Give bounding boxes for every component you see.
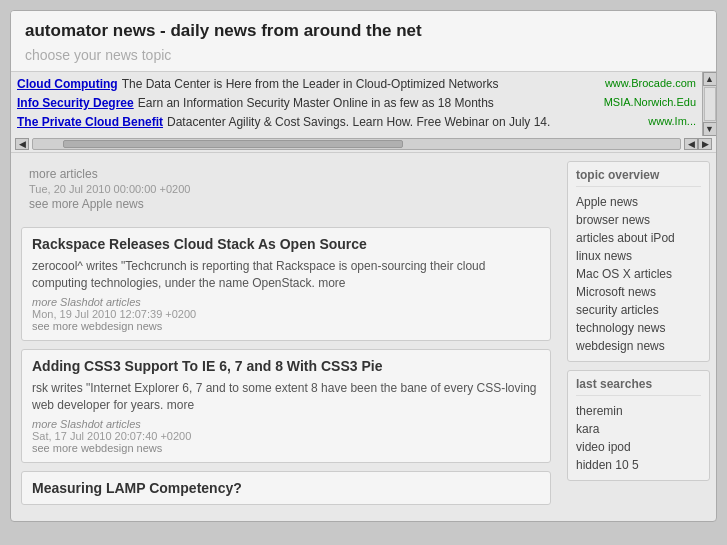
scroll-right-btn-2[interactable]: ▶: [698, 138, 712, 150]
last-searches-box: last searches theremin kara video ipod h…: [567, 370, 710, 481]
see-more-rackspace[interactable]: see more webdesign news: [32, 320, 540, 332]
see-more-apple[interactable]: see more Apple news: [29, 197, 543, 211]
article-rackspace: Rackspace Releases Cloud Stack As Open S…: [21, 227, 551, 341]
scrollbar-track[interactable]: [32, 138, 681, 150]
page-title: automator news - daily news from around …: [25, 21, 702, 41]
article-date-css3pie: Sat, 17 Jul 2010 20:07:40 +0200: [32, 430, 540, 442]
topic-link-macosx[interactable]: Mac OS X articles: [576, 265, 701, 283]
topic-link-articles-ipod[interactable]: articles about iPod: [576, 229, 701, 247]
ads-vertical-scrollbar[interactable]: ▲ ▼: [702, 72, 716, 136]
article-title-lamp[interactable]: Measuring LAMP Competency?: [32, 480, 540, 496]
topic-overview-box: topic overview Apple news browser news a…: [567, 161, 710, 362]
last-searches-title: last searches: [576, 377, 701, 396]
scroll-right-btn-1[interactable]: ◀: [684, 138, 698, 150]
topic-link-microsoft[interactable]: Microsoft news: [576, 283, 701, 301]
article-date-rackspace: Mon, 19 Jul 2010 12:07:39 +0200: [32, 308, 540, 320]
ad-text-3: Datacenter Agility & Cost Savings. Learn…: [167, 114, 644, 131]
article-desc-css3pie: rsk writes "Internet Explorer 6, 7 and t…: [32, 380, 540, 414]
ad-link-3[interactable]: The Private Cloud Benefit: [17, 114, 163, 131]
meta-link-css3pie[interactable]: more Slashdot articles: [32, 418, 540, 430]
ad-link-2[interactable]: Info Security Degree: [17, 95, 134, 112]
see-more-css3pie[interactable]: see more webdesign news: [32, 442, 540, 454]
article-css3pie: Adding CSS3 Support To IE 6, 7 and 8 Wit…: [21, 349, 551, 463]
topic-link-apple-news[interactable]: Apple news: [576, 193, 701, 211]
article-block-first: more articles Tue, 20 Jul 2010 00:00:00 …: [21, 161, 551, 219]
ad-text-2: Earn an Information Security Master Onli…: [138, 95, 600, 112]
horizontal-scrollbar-row: ◀ ◀ ▶: [11, 136, 716, 153]
ad-url-3[interactable]: www.Im...: [648, 114, 696, 129]
search-link-video-ipod[interactable]: video ipod: [576, 438, 701, 456]
search-link-hidden-105[interactable]: hidden 10 5: [576, 456, 701, 474]
ad-row: Cloud Computing The Data Center is Here …: [17, 76, 696, 93]
ad-url-1[interactable]: www.Brocade.com: [605, 76, 696, 91]
ad-row: The Private Cloud Benefit Datacenter Agi…: [17, 114, 696, 131]
ad-row: Info Security Degree Earn an Information…: [17, 95, 696, 112]
topic-link-security[interactable]: security articles: [576, 301, 701, 319]
ad-url-2[interactable]: MSIA.Norwich.Edu: [604, 95, 696, 110]
article-title-rackspace[interactable]: Rackspace Releases Cloud Stack As Open S…: [32, 236, 540, 252]
topic-link-browser-news[interactable]: browser news: [576, 211, 701, 229]
scrollbar-thumb[interactable]: [63, 140, 403, 148]
topic-overview-title: topic overview: [576, 168, 701, 187]
article-desc-rackspace: zerocool^ writes "Techcrunch is reportin…: [32, 258, 540, 292]
article-lamp: Measuring LAMP Competency?: [21, 471, 551, 505]
topic-link-technology[interactable]: technology news: [576, 319, 701, 337]
search-link-theremin[interactable]: theremin: [576, 402, 701, 420]
article-title-css3pie[interactable]: Adding CSS3 Support To IE 6, 7 and 8 Wit…: [32, 358, 540, 374]
topic-link-linux-news[interactable]: linux news: [576, 247, 701, 265]
ad-link-1[interactable]: Cloud Computing: [17, 76, 118, 93]
article-date-first: Tue, 20 Jul 2010 00:00:00 +0200: [29, 183, 543, 195]
topic-link-webdesign[interactable]: webdesign news: [576, 337, 701, 355]
more-articles-link[interactable]: more articles: [29, 167, 543, 181]
search-link-kara[interactable]: kara: [576, 420, 701, 438]
scroll-up-btn[interactable]: ▲: [703, 72, 717, 86]
scroll-left-btn[interactable]: ◀: [15, 138, 29, 150]
subtitle: choose your news topic: [25, 47, 171, 63]
scroll-down-btn[interactable]: ▼: [703, 122, 717, 136]
meta-link-rackspace[interactable]: more Slashdot articles: [32, 296, 540, 308]
ad-text-1: The Data Center is Here from the Leader …: [122, 76, 601, 93]
